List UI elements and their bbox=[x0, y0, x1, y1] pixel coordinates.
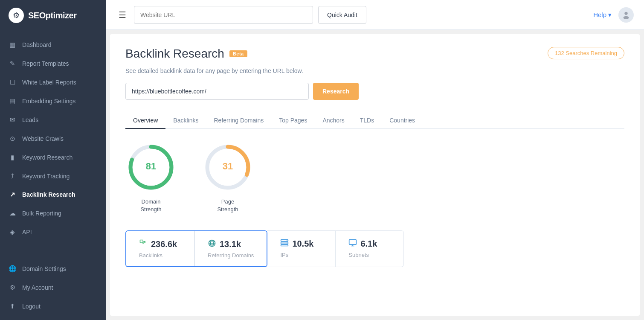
svg-text:31: 31 bbox=[223, 161, 233, 172]
tab-top-pages[interactable]: Top Pages bbox=[271, 113, 315, 129]
stat-card-subnets: 6.1k Subnets bbox=[336, 230, 404, 267]
sidebar-label-embedding: Embedding Settings bbox=[22, 98, 75, 105]
dashboard-icon: ▦ bbox=[9, 41, 16, 49]
sidebar-item-dashboard[interactable]: ▦ Dashboard bbox=[0, 35, 106, 54]
svg-point-18 bbox=[287, 243, 287, 244]
stats-plain-group: 10.5k IPs 6.1k bbox=[267, 230, 404, 267]
leads-icon: ✉ bbox=[9, 116, 16, 124]
tab-backlinks[interactable]: Backlinks bbox=[165, 113, 206, 129]
keyword-research-icon: ▮ bbox=[9, 154, 16, 161]
sidebar-label-logout: Logout bbox=[22, 303, 41, 310]
logo-icon: ⚙ bbox=[9, 8, 24, 23]
searches-remaining-badge: 132 Searches Remaining bbox=[548, 47, 624, 59]
svg-rect-16 bbox=[281, 245, 288, 246]
sidebar-item-leads[interactable]: ✉ Leads bbox=[0, 111, 106, 129]
backlink-icon bbox=[139, 239, 148, 250]
my-account-icon: ⚙ bbox=[9, 284, 16, 291]
tab-referring-domains[interactable]: Referring Domains bbox=[206, 113, 272, 129]
website-url-input[interactable] bbox=[134, 6, 313, 24]
sidebar-item-white-label[interactable]: ☐ White Label Reports bbox=[0, 73, 106, 92]
domain-strength-svg: 81 bbox=[125, 142, 177, 193]
sidebar-item-logout[interactable]: ⬆ Logout bbox=[0, 297, 106, 316]
backlink-research-icon: ↗ bbox=[9, 191, 16, 198]
logout-icon: ⬆ bbox=[9, 303, 16, 310]
sidebar-label-backlink-research: Backlink Research bbox=[22, 191, 75, 198]
stat-card-referring-domains[interactable]: 13.1k Referring Domains bbox=[194, 231, 267, 266]
sidebar-item-domain-settings[interactable]: 🌐 Domain Settings bbox=[0, 259, 106, 278]
keyword-tracking-icon: ⤴ bbox=[9, 172, 16, 180]
svg-text:81: 81 bbox=[146, 161, 156, 172]
beta-badge: Beta bbox=[229, 50, 247, 57]
white-label-icon: ☐ bbox=[9, 79, 16, 86]
sidebar-item-keyword-tracking[interactable]: ⤴ Keyword Tracking bbox=[0, 167, 106, 185]
quick-audit-button[interactable]: Quick Audit bbox=[318, 6, 366, 24]
page-strength-svg: 31 bbox=[202, 142, 253, 193]
sidebar-label-keyword-tracking: Keyword Tracking bbox=[22, 173, 70, 180]
subnets-label: Subnets bbox=[348, 252, 369, 258]
sidebar-item-bulk-reporting[interactable]: ☁ Bulk Reporting bbox=[0, 204, 106, 223]
ips-value-row: 10.5k bbox=[280, 239, 313, 249]
sidebar-label-my-account: My Account bbox=[22, 284, 53, 291]
ips-value: 10.5k bbox=[292, 239, 313, 249]
tab-countries[interactable]: Countries bbox=[382, 113, 423, 129]
research-button[interactable]: Research bbox=[313, 83, 359, 100]
report-templates-icon: ✎ bbox=[9, 60, 16, 67]
topbar-right: Help ▾ bbox=[593, 7, 634, 23]
sidebar-label-leads: Leads bbox=[22, 116, 38, 123]
main-area: ☰ Quick Audit Help ▾ Backlink Research B… bbox=[106, 0, 644, 320]
svg-point-17 bbox=[287, 240, 287, 241]
sidebar-item-api[interactable]: ◈ API bbox=[0, 223, 106, 241]
sidebar-label-report-templates: Report Templates bbox=[22, 60, 69, 67]
subnets-value: 6.1k bbox=[360, 239, 377, 249]
svg-point-1 bbox=[624, 16, 629, 19]
page-strength-label: Page Strength bbox=[217, 198, 238, 213]
sidebar-label-dashboard: Dashboard bbox=[22, 41, 52, 48]
tab-tlds[interactable]: TLDs bbox=[352, 113, 382, 129]
stat-card-backlinks[interactable]: 236.6k Backlinks bbox=[126, 231, 194, 266]
hamburger-button[interactable]: ☰ bbox=[116, 7, 129, 23]
ips-label: IPs bbox=[280, 252, 288, 258]
research-row: Research bbox=[125, 83, 624, 100]
embedding-icon: ▤ bbox=[9, 97, 16, 105]
sidebar: ⚙ SEOptimizer ▦ Dashboard✎ Report Templa… bbox=[0, 0, 106, 320]
stats-cards-container: 236.6k Backlinks bbox=[125, 230, 624, 267]
website-crawls-icon: ⊙ bbox=[9, 135, 16, 143]
domain-settings-icon: 🌐 bbox=[9, 265, 16, 273]
svg-rect-8 bbox=[140, 240, 143, 243]
server-icon bbox=[280, 239, 289, 249]
user-avatar[interactable] bbox=[618, 7, 634, 23]
backlinks-label: Backlinks bbox=[139, 252, 162, 259]
sidebar-label-bulk-reporting: Bulk Reporting bbox=[22, 210, 61, 217]
referring-domains-value-row: 13.1k bbox=[208, 239, 241, 250]
api-icon: ◈ bbox=[9, 228, 16, 236]
brand-name: SEOptimizer bbox=[28, 11, 76, 20]
sidebar-label-white-label: White Label Reports bbox=[22, 79, 76, 86]
page-subtitle: See detailed backlink data for any page … bbox=[125, 67, 624, 74]
sidebar-item-embedding[interactable]: ▤ Embedding Settings bbox=[0, 92, 106, 111]
help-button[interactable]: Help ▾ bbox=[593, 11, 612, 19]
svg-rect-19 bbox=[349, 240, 357, 245]
domain-strength-label: Domain Strength bbox=[140, 198, 161, 213]
bulk-reporting-icon: ☁ bbox=[9, 209, 16, 217]
tab-overview[interactable]: Overview bbox=[125, 113, 165, 129]
content-area: Backlink Research Beta 132 Searches Rema… bbox=[110, 34, 640, 316]
gauges-row: 81 Domain Strength 31 Page Strength bbox=[125, 142, 624, 213]
sidebar-item-backlink-research[interactable]: ↗ Backlink Research bbox=[0, 185, 106, 204]
sidebar-nav: ▦ Dashboard✎ Report Templates☐ White Lab… bbox=[0, 31, 106, 255]
page-title: Backlink Research bbox=[125, 47, 224, 61]
tab-anchors[interactable]: Anchors bbox=[315, 113, 352, 129]
sidebar-item-my-account[interactable]: ⚙ My Account bbox=[0, 278, 106, 297]
referring-domains-value: 13.1k bbox=[220, 239, 241, 249]
sidebar-bottom: 🌐 Domain Settings⚙ My Account⬆ Logout bbox=[0, 255, 106, 320]
title-row: Backlink Research Beta bbox=[125, 47, 247, 61]
sidebar-label-website-crawls: Website Crawls bbox=[22, 135, 64, 142]
stat-card-ips: 10.5k IPs bbox=[267, 230, 336, 267]
referring-domains-label: Referring Domains bbox=[208, 252, 254, 259]
globe-icon bbox=[208, 239, 216, 250]
logo-area[interactable]: ⚙ SEOptimizer bbox=[0, 0, 106, 31]
sidebar-item-website-crawls[interactable]: ⊙ Website Crawls bbox=[0, 129, 106, 148]
research-url-input[interactable] bbox=[125, 83, 309, 100]
monitor-icon bbox=[348, 239, 357, 249]
sidebar-item-report-templates[interactable]: ✎ Report Templates bbox=[0, 54, 106, 73]
sidebar-item-keyword-research[interactable]: ▮ Keyword Research bbox=[0, 148, 106, 167]
